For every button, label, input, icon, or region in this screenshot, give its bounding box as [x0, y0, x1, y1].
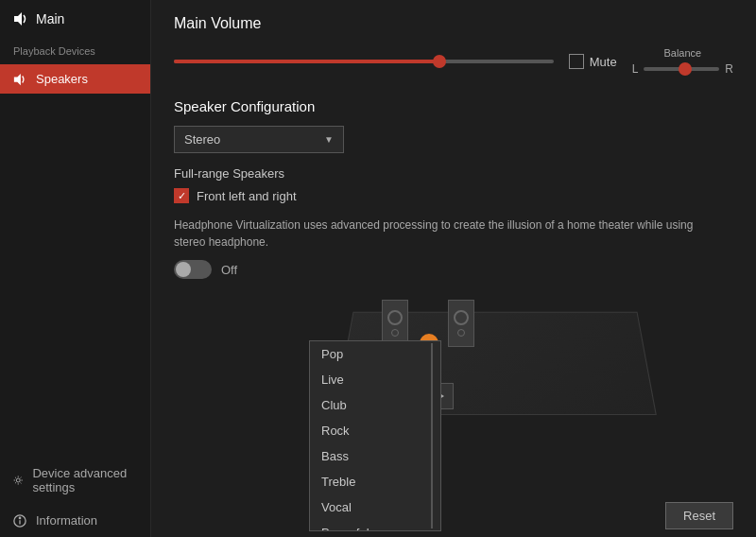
sidebar-item-information[interactable]: Information — [0, 504, 150, 537]
speaker-config-section: Speaker Configuration Stereo ▼ Full-rang… — [174, 98, 733, 203]
volume-slider[interactable] — [174, 55, 554, 68]
gear-icon — [13, 474, 23, 487]
list-item[interactable]: Pop — [310, 341, 440, 367]
list-item[interactable]: Treble — [310, 469, 440, 494]
speaker-config-dropdown[interactable]: Stereo ▼ — [174, 126, 344, 153]
full-range-row: ✓ Front left and right — [174, 188, 733, 203]
equalizer-list: PopLiveClubRockBassTrebleVocalPowerfulDa… — [310, 341, 440, 530]
full-range-title: Full-range Speakers — [174, 166, 733, 181]
equalizer-dropdown[interactable]: PopLiveClubRockBassTrebleVocalPowerfulDa… — [309, 340, 441, 531]
headphone-toggle[interactable] — [174, 260, 212, 279]
balance-container: Balance L R — [632, 47, 733, 76]
mute-box: Mute — [569, 54, 617, 69]
svg-point-5 — [19, 517, 20, 518]
sidebar-section-playback: Playback Devices — [0, 38, 150, 64]
toggle-state-label: Off — [221, 263, 237, 277]
device-advanced-label: Device advanced settings — [32, 466, 137, 494]
sidebar-item-speakers[interactable]: Speakers — [0, 64, 150, 94]
list-item[interactable]: Vocal — [310, 494, 440, 520]
volume-section: Main Volume Mute Balance L — [174, 15, 733, 76]
speakers-label: Speakers — [36, 72, 88, 86]
svg-marker-0 — [14, 12, 22, 26]
info-icon — [13, 514, 26, 528]
dropdown-arrow-icon: ▼ — [324, 134, 334, 145]
speaker-small-icon — [13, 73, 26, 86]
sidebar-item-device-advanced[interactable]: Device advanced settings — [0, 457, 150, 504]
front-speakers-checkbox[interactable]: ✓ — [174, 188, 189, 203]
list-item[interactable]: Club — [310, 392, 440, 418]
svg-point-2 — [16, 478, 20, 482]
speaker-config-selected: Stereo — [184, 132, 220, 147]
list-item[interactable]: Rock — [310, 418, 440, 443]
sidebar-header: Main — [0, 0, 150, 38]
toggle-row: Off — [174, 260, 733, 279]
volume-title: Main Volume — [174, 15, 733, 32]
volume-row: Mute Balance L R — [174, 47, 733, 76]
svg-marker-1 — [14, 73, 21, 84]
sidebar: Main Playback Devices Speakers Device ad… — [0, 0, 151, 537]
balance-right-label: R — [725, 62, 733, 76]
speaker-config-title: Speaker Configuration — [174, 98, 733, 114]
balance-label: Balance — [663, 47, 701, 59]
headphone-text: Headphone Virtualization uses advanced p… — [174, 217, 703, 251]
list-item[interactable]: Bass — [310, 443, 440, 469]
speaker-right-icon — [448, 300, 474, 347]
mute-label: Mute — [590, 55, 617, 69]
reset-button[interactable]: Reset — [665, 502, 733, 529]
main-content: Main Volume Mute Balance L — [151, 0, 756, 537]
sidebar-main-label: Main — [36, 11, 64, 26]
balance-left-label: L — [632, 62, 639, 76]
toggle-knob — [176, 262, 191, 277]
mute-checkbox[interactable] — [569, 54, 584, 69]
sidebar-bottom: Device advanced settings Information — [0, 457, 150, 537]
balance-row: L R — [632, 62, 733, 76]
front-speakers-label: Front left and right — [197, 189, 297, 203]
list-item[interactable]: Powerful — [310, 520, 440, 530]
balance-slider[interactable] — [644, 67, 719, 71]
list-item[interactable]: Live — [310, 367, 440, 392]
speaker-icon — [13, 11, 28, 26]
headphone-section: Headphone Virtualization uses advanced p… — [174, 217, 733, 279]
information-label: Information — [36, 513, 97, 528]
